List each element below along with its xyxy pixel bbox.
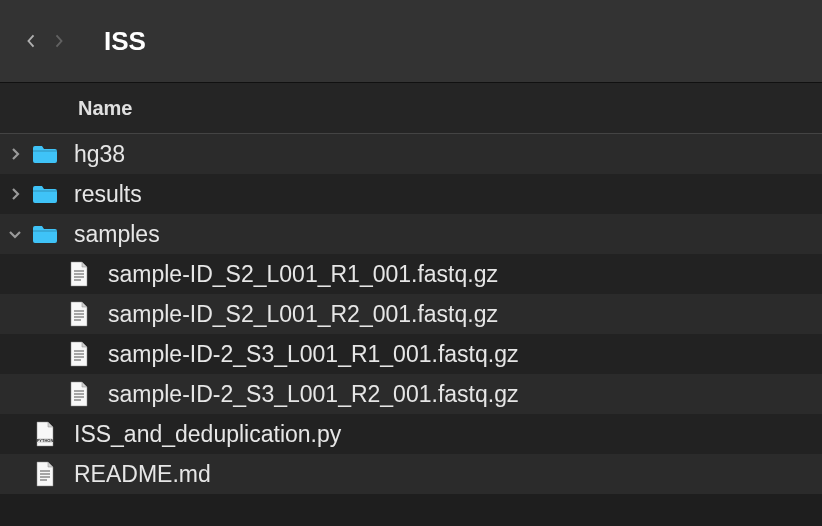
folder-icon (30, 184, 60, 204)
document-file-icon (30, 461, 60, 487)
svg-text:PYTHON: PYTHON (37, 438, 54, 443)
item-name: README.md (74, 463, 211, 486)
nav-back-button[interactable] (26, 27, 54, 55)
column-name-header: Name (78, 97, 132, 120)
item-name: sample-ID-2_S3_L001_R2_001.fastq.gz (108, 383, 518, 406)
folder-icon (30, 144, 60, 164)
file-list: hg38 results samples sample-ID_S2_L001_R… (0, 134, 822, 494)
toolbar: ISS (0, 0, 822, 83)
folder-row[interactable]: samples (0, 214, 822, 254)
document-file-icon (64, 301, 94, 327)
item-name: sample-ID-2_S3_L001_R1_001.fastq.gz (108, 343, 518, 366)
chevron-left-icon (26, 29, 36, 53)
item-name: samples (74, 223, 160, 246)
chevron-right-icon (54, 29, 64, 53)
document-file-icon (64, 261, 94, 287)
document-file-icon (64, 381, 94, 407)
document-file-icon (64, 341, 94, 367)
chevron-right-icon[interactable] (6, 147, 24, 161)
chevron-down-icon[interactable] (6, 227, 24, 241)
folder-title: ISS (104, 26, 146, 57)
folder-row[interactable]: results (0, 174, 822, 214)
column-header[interactable]: Name (0, 83, 822, 134)
file-row[interactable]: PYTHON ISS_and_deduplication.py (0, 414, 822, 454)
file-row[interactable]: sample-ID_S2_L001_R1_001.fastq.gz (0, 254, 822, 294)
file-row[interactable]: sample-ID_S2_L001_R2_001.fastq.gz (0, 294, 822, 334)
file-row[interactable]: sample-ID-2_S3_L001_R2_001.fastq.gz (0, 374, 822, 414)
item-name: hg38 (74, 143, 125, 166)
chevron-right-icon[interactable] (6, 187, 24, 201)
item-name: ISS_and_deduplication.py (74, 423, 341, 446)
file-row[interactable]: sample-ID-2_S3_L001_R1_001.fastq.gz (0, 334, 822, 374)
item-name: sample-ID_S2_L001_R2_001.fastq.gz (108, 303, 498, 326)
folder-icon (30, 224, 60, 244)
python-file-icon: PYTHON (30, 421, 60, 447)
nav-forward-button[interactable] (54, 27, 82, 55)
file-row[interactable]: README.md (0, 454, 822, 494)
item-name: results (74, 183, 142, 206)
item-name: sample-ID_S2_L001_R1_001.fastq.gz (108, 263, 498, 286)
folder-row[interactable]: hg38 (0, 134, 822, 174)
